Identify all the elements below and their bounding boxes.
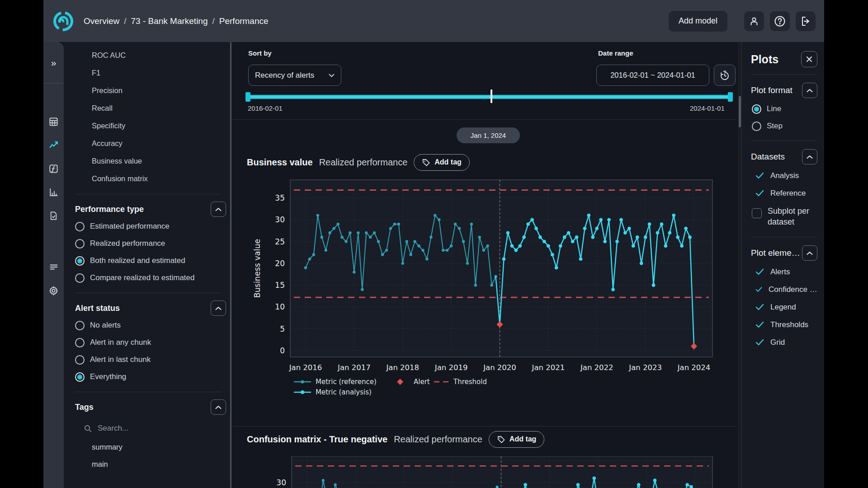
radio-label: Both realized and estimated xyxy=(90,256,185,265)
checkbox-unchecked-icon xyxy=(752,208,762,218)
radio-both-realized-estimated[interactable]: Both realized and estimated xyxy=(64,252,232,269)
logout-button[interactable] xyxy=(796,11,816,31)
radio-realized-performance[interactable]: Realized performance xyxy=(64,235,232,252)
tag-icon xyxy=(422,158,430,167)
rail-item-settings[interactable] xyxy=(43,279,64,302)
svg-text:Metric (analysis): Metric (analysis) xyxy=(316,388,372,396)
svg-text:Jan 2016: Jan 2016 xyxy=(289,363,322,372)
breadcrumb: Overview / 73 - Bank Marketing / Perform… xyxy=(84,16,269,26)
radio-no-alerts[interactable]: No alerts xyxy=(64,317,232,334)
metric-item-recall[interactable]: Recall xyxy=(64,99,232,117)
check-reference[interactable]: Reference xyxy=(751,184,817,202)
svg-text:Metric (reference): Metric (reference) xyxy=(316,378,377,386)
breadcrumb-separator: / xyxy=(212,16,215,26)
metric-item-business-value[interactable]: Business value xyxy=(64,152,232,170)
svg-text:Jan 2022: Jan 2022 xyxy=(580,363,613,372)
datasets-collapse-button[interactable] xyxy=(802,149,817,164)
metric-item-f1[interactable]: F1 xyxy=(64,64,232,82)
radio-label: No alerts xyxy=(90,321,121,330)
performance-type-title: Performance type xyxy=(75,205,144,214)
add-model-button[interactable]: Add model xyxy=(669,11,727,32)
date-range-label: Date range xyxy=(598,49,633,57)
tags-collapse-button[interactable] xyxy=(211,399,226,415)
check-confidence-bands[interactable]: Confidence bands xyxy=(751,281,817,298)
logout-icon xyxy=(800,16,811,27)
performance-type-collapse-button[interactable] xyxy=(211,202,226,217)
radio-plot-format-step[interactable]: Step xyxy=(751,117,817,135)
rail-item-functions[interactable] xyxy=(43,157,64,180)
slider-handle-end[interactable] xyxy=(728,92,733,102)
metric-item-confusion-matrix[interactable]: Confusion matrix xyxy=(64,170,232,188)
radio-label: Alert in any chunk xyxy=(90,338,151,347)
nannyml-logo-icon[interactable] xyxy=(53,11,74,32)
rail-item-performance[interactable] xyxy=(43,133,64,157)
business-value-chart[interactable]: 05101520253035Jan 2016Jan 2017Jan 2018Ja… xyxy=(250,176,738,404)
reset-date-range-button[interactable] xyxy=(714,65,736,86)
close-icon xyxy=(806,56,812,62)
checkmark-icon xyxy=(755,268,764,275)
metric-item-accuracy[interactable]: Accuracy xyxy=(64,135,232,152)
chart-1-add-tag-button[interactable]: Add tag xyxy=(414,154,470,171)
radio-label: Compare realized to estimated xyxy=(90,273,195,282)
checkmark-icon xyxy=(755,172,764,179)
radio-alert-any-chunk[interactable]: Alert in any chunk xyxy=(64,334,232,351)
radio-plot-format-line[interactable]: Line xyxy=(751,100,817,117)
svg-text:Jan 2024: Jan 2024 xyxy=(677,363,711,372)
rail-item-data[interactable] xyxy=(43,110,64,133)
svg-text:10: 10 xyxy=(275,302,285,311)
divider xyxy=(75,194,221,194)
radio-everything[interactable]: Everything xyxy=(64,368,232,385)
main-scrollbar-thumb[interactable] xyxy=(739,96,741,127)
check-alerts[interactable]: Alerts xyxy=(751,263,817,281)
tags-search-input[interactable] xyxy=(97,423,196,433)
expand-sidebar-button[interactable]: » xyxy=(43,42,64,84)
radio-icon xyxy=(75,239,85,249)
metric-item-roc-auc[interactable]: ROC AUC xyxy=(64,47,232,64)
rail-item-logs[interactable] xyxy=(43,255,64,279)
sort-by-label: Sort by xyxy=(248,49,272,57)
plot-elements-collapse-button[interactable] xyxy=(802,245,817,261)
rail-item-reports[interactable] xyxy=(43,204,64,227)
metric-item-specificity[interactable]: Specificity xyxy=(64,117,232,135)
radio-compare-realized-estimated[interactable]: Compare realized to estimated xyxy=(64,269,232,286)
metric-item-precision[interactable]: Precision xyxy=(64,82,232,99)
radio-icon xyxy=(75,355,85,365)
slider-current-date-marker[interactable] xyxy=(491,89,492,103)
svg-text:Jan 2021: Jan 2021 xyxy=(532,363,565,372)
radio-estimated-performance[interactable]: Estimated performance xyxy=(64,218,232,235)
checkmark-icon xyxy=(755,339,764,346)
chart-2-add-tag-button[interactable]: Add tag xyxy=(489,431,545,448)
plots-panel-close-button[interactable] xyxy=(801,51,817,67)
date-range-input[interactable] xyxy=(596,65,709,86)
confusion-matrix-chart[interactable]: 30 xyxy=(250,456,738,488)
check-thresholds[interactable]: Thresholds xyxy=(751,316,817,333)
sort-by-select[interactable]: Recency of alerts xyxy=(248,65,341,86)
check-grid[interactable]: Grid xyxy=(751,333,817,351)
help-button[interactable] xyxy=(770,11,790,31)
check-legend[interactable]: Legend xyxy=(751,298,817,316)
alert-status-collapse-button[interactable] xyxy=(211,300,226,316)
sidebar-scrollbar[interactable] xyxy=(230,42,231,488)
tag-item-main[interactable]: main xyxy=(64,455,232,473)
plot-format-collapse-button[interactable] xyxy=(802,83,817,98)
chevron-down-icon xyxy=(329,74,335,77)
slider-handle-start[interactable] xyxy=(245,92,250,102)
user-account-button[interactable] xyxy=(744,11,764,31)
check-label: Reference xyxy=(770,189,806,198)
breadcrumb-overview[interactable]: Overview xyxy=(84,16,119,26)
radio-alert-last-chunk[interactable]: Alert in last chunk xyxy=(64,351,232,368)
svg-text:Jan 2017: Jan 2017 xyxy=(337,363,371,372)
tag-item-summary[interactable]: summary xyxy=(64,438,232,455)
divider xyxy=(232,426,737,427)
tags-title: Tags xyxy=(75,403,94,412)
date-range-slider[interactable] xyxy=(248,95,731,99)
rail-item-results[interactable] xyxy=(43,180,64,204)
check-analysis[interactable]: Analysis xyxy=(751,167,817,184)
radio-icon xyxy=(75,338,85,347)
checkbox-subplot-per-dataset[interactable]: Subplot per dataset xyxy=(751,202,817,231)
sort-by-value: Recency of alerts xyxy=(255,71,314,80)
divider xyxy=(232,119,737,120)
breadcrumb-model[interactable]: 73 - Bank Marketing xyxy=(131,16,208,26)
radio-label: Estimated performance xyxy=(90,222,170,231)
file-check-icon xyxy=(48,211,59,221)
